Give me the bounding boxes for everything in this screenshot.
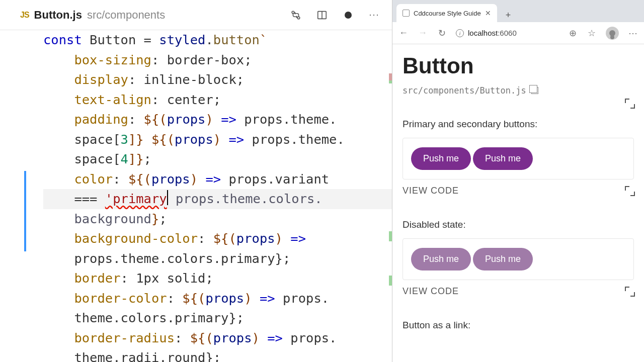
svg-point-0: [292, 11, 294, 14]
fullscreen-icon[interactable]: [626, 288, 634, 296]
code-token: ;: [144, 151, 151, 166]
code-token: =>: [221, 112, 236, 127]
svg-point-1: [297, 17, 300, 19]
code-token: display: [43, 72, 128, 87]
open-file-path: src/components: [87, 9, 165, 22]
browser-tab-title: Cddcourse Style Guide: [414, 10, 481, 17]
code-token: :: [175, 330, 190, 345]
code-token: : border-box;: [151, 52, 252, 67]
styleguide-page: Button src/components/Button.js Primary …: [392, 44, 644, 362]
fullscreen-icon[interactable]: [626, 100, 634, 108]
code-token: Button: [82, 32, 144, 47]
code-token: :: [167, 291, 183, 306]
example-label-disabled: Disabled state:: [403, 219, 634, 230]
code-token: ${(: [144, 132, 175, 147]
unsaved-dot-icon[interactable]: [343, 10, 354, 21]
code-token: background-color: [43, 231, 198, 246]
code-token: box-sizing: [43, 52, 151, 67]
compare-changes-icon[interactable]: [290, 10, 301, 21]
close-tab-icon[interactable]: ✕: [485, 9, 491, 17]
code-token: props.theme.colors.: [168, 191, 323, 206]
code-token: ${(: [128, 171, 151, 187]
view-code-toggle[interactable]: VIEW CODE: [403, 286, 459, 297]
code-token: props: [205, 291, 244, 306]
code-token: =>: [290, 231, 306, 246]
code-token: background: [43, 211, 151, 226]
gutter-change-indicator: [24, 171, 26, 251]
new-tab-button[interactable]: +: [501, 8, 515, 22]
code-token: const: [43, 32, 82, 47]
code-token: ]}: [128, 151, 144, 166]
example-label-link: Button as a link:: [403, 320, 634, 331]
code-token: props.theme.colors.primary}: [43, 251, 283, 266]
code-token: =>: [267, 330, 283, 345]
page-icon: [403, 10, 410, 17]
example-button-disabled[interactable]: Push me: [473, 248, 533, 270]
forward-icon[interactable]: →: [418, 28, 428, 38]
code-token: : 1px solid;: [121, 270, 213, 286]
code-token: ;: [236, 310, 244, 325]
code-token: }: [151, 211, 159, 226]
code-token: color: [43, 171, 113, 187]
url-host: localhost: [468, 29, 498, 37]
overview-ruler[interactable]: [383, 30, 392, 362]
reload-icon[interactable]: ↻: [437, 28, 447, 39]
editor-pane: JS Button.js src/components ··· const Bu…: [0, 0, 392, 362]
component-source-path: src/components/Button.js: [403, 85, 526, 96]
address-bar[interactable]: i localhost:6060: [456, 29, 558, 37]
code-token: ): [252, 330, 268, 345]
example-button-disabled[interactable]: Push me: [411, 248, 471, 270]
code-token: border-color: [43, 291, 167, 306]
page-title: Button: [403, 53, 634, 78]
code-token: ]}: [128, 132, 144, 147]
favorite-icon[interactable]: ☆: [587, 28, 597, 39]
code-token: ===: [43, 191, 105, 206]
code-token: text-align: [43, 92, 151, 107]
example-button-secondary[interactable]: Push me: [473, 147, 533, 170]
code-token: border: [43, 270, 121, 286]
code-editor[interactable]: const Button = styled.button` box-sizing…: [0, 30, 392, 362]
code-token: props: [175, 132, 213, 147]
example-preview-disabled: Push me Push me: [403, 238, 634, 280]
code-token: props.variant: [221, 171, 337, 187]
code-token: ;: [213, 350, 221, 362]
code-token: ${(: [182, 291, 205, 306]
code-token: .: [205, 32, 213, 47]
code-token: props: [151, 171, 190, 187]
code-token: =>: [205, 171, 221, 187]
split-editor-icon[interactable]: [316, 10, 328, 21]
code-token: 3: [121, 132, 128, 147]
example-label-primary: Primary and secondary buttons:: [403, 119, 634, 130]
code-token: : inline-block;: [128, 72, 244, 87]
browser-tab-active[interactable]: Cddcourse Style Guide ✕: [396, 4, 497, 22]
code-token: :: [128, 112, 144, 127]
copy-path-icon[interactable]: [531, 87, 538, 94]
code-token: props.: [275, 291, 329, 306]
browser-menu-icon[interactable]: ⋯: [628, 28, 638, 39]
code-token: ;: [283, 251, 290, 266]
profile-avatar[interactable]: [606, 27, 619, 40]
code-token: props.theme.: [244, 132, 345, 147]
code-token: ${(: [213, 231, 236, 246]
code-token: ${(: [144, 112, 167, 127]
more-actions-icon[interactable]: ···: [369, 10, 380, 21]
open-file-name[interactable]: Button.js: [34, 9, 82, 22]
browser-toolbar: ← → ↻ i localhost:6060 ⊕ ☆ ⋯: [392, 22, 644, 44]
code-token: :: [198, 231, 213, 246]
example-button-primary[interactable]: Push me: [411, 147, 471, 170]
code-token: space[: [43, 132, 121, 147]
code-token: props.: [283, 330, 337, 345]
zoom-icon[interactable]: ⊕: [568, 28, 578, 39]
js-file-icon: JS: [20, 11, 29, 20]
code-token: ): [275, 231, 291, 246]
example-preview-primary: Push me Push me: [403, 138, 634, 179]
back-icon[interactable]: ←: [398, 28, 409, 38]
code-token: props: [167, 112, 206, 127]
view-code-toggle[interactable]: VIEW CODE: [403, 186, 459, 196]
site-info-icon[interactable]: i: [456, 29, 464, 37]
code-token: props.theme.: [236, 112, 337, 127]
code-token: =>: [260, 291, 275, 306]
code-token: border-radius: [43, 330, 175, 345]
fullscreen-icon[interactable]: [626, 187, 634, 195]
code-token: theme.radii.round}: [43, 350, 213, 362]
